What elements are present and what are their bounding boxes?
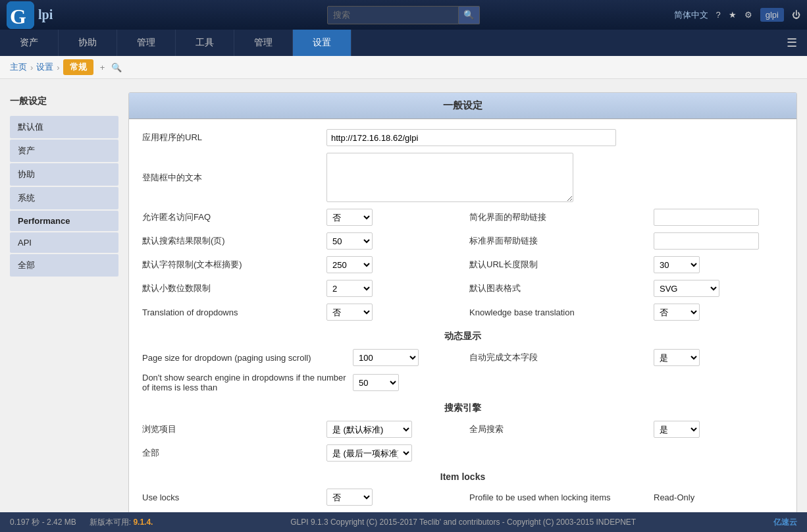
no-search-engine-left: Don't show search engine in dropdowns if… (142, 373, 783, 392)
url-row: 应用程序的URL (142, 129, 783, 146)
use-locks-label: Use locks (142, 492, 326, 502)
breadcrumb-current[interactable]: 常规 (63, 59, 93, 75)
decimal-left: 默认小数位数限制 2 1 3 (142, 280, 456, 297)
simplified-help-input[interactable] (654, 209, 759, 226)
sidebar-item-assets[interactable]: 资产 (10, 140, 118, 162)
form-area: 一般设定 应用程序的URL 登陆框中的文本 (128, 92, 797, 532)
page-size-select[interactable]: 100 50 200 (353, 349, 419, 366)
item-locks-section-header: Item locks (142, 471, 783, 482)
global-search-right: 全局搜索 是 否 (469, 421, 783, 438)
nav-assets[interactable]: 资产 (0, 30, 59, 56)
topbar-right: 简体中文 ? ★ ⚙ glpi ⏻ (674, 8, 800, 22)
all-label: 全部 (142, 447, 326, 459)
footer-version-num[interactable]: 9.1.4. (133, 518, 153, 527)
nav-settings[interactable]: 设置 (293, 30, 351, 56)
breadcrumb: 主页 › 设置 › 常规 + 🔍 (0, 56, 807, 79)
all-left: 全部 是 (最后一项标准) 否 (禁用) (142, 444, 783, 462)
char-limit-left: 默认字符限制(文本框摘要) 250 500 (142, 256, 456, 273)
sidebar-item-api[interactable]: API (10, 232, 118, 253)
url-limit-label: 默认URL长度限制 (469, 259, 654, 271)
nav-management[interactable]: 管理 (117, 30, 176, 56)
simplified-help-label: 简化界面的帮助链接 (469, 211, 654, 223)
login-text-row: 登陆框中的文本 (142, 153, 783, 202)
chart-select[interactable]: SVG PNG (654, 280, 719, 297)
search-limit-row: 默认搜索结果限制(页) 50 100 标准界面帮助链接 (142, 232, 783, 250)
sidebar: 一般设定 默认值 资产 协助 系统 Performance API 全部 (10, 92, 118, 532)
power-icon[interactable]: ⏻ (792, 10, 800, 20)
breadcrumb-home[interactable]: 主页 (10, 61, 27, 73)
url-input[interactable] (326, 129, 616, 146)
logo-text: lpi (38, 7, 53, 22)
nav-assistance[interactable]: 协助 (59, 30, 117, 56)
sidebar-item-system[interactable]: 系统 (10, 187, 118, 209)
nav-tools[interactable]: 工具 (176, 30, 234, 56)
simplified-help-right: 简化界面的帮助链接 (469, 209, 783, 226)
standard-help-input[interactable] (654, 232, 759, 250)
no-search-engine-select[interactable]: 50 25 100 (353, 374, 399, 391)
footer-right: 亿速云 (773, 517, 797, 528)
translation-row: Translation of dropdowns 否 是 Knowledge b… (142, 304, 783, 321)
footer-center: GLPI 9.1.3 Copyright (C) 2015-2017 Tecli… (153, 518, 773, 527)
translation-select[interactable]: 否 是 (326, 304, 373, 321)
page-size-left: Page size for dropdown (paging using scr… (142, 349, 456, 366)
anon-faq-select[interactable]: 否 是 (326, 209, 373, 226)
login-text-left: 登陆框中的文本 (142, 153, 783, 202)
search-input[interactable] (327, 6, 459, 24)
nav-admin[interactable]: 管理 (234, 30, 293, 56)
breadcrumb-sep2: › (57, 63, 59, 72)
footer-new-version-label: 新版本可用: (90, 518, 134, 527)
search-limit-select[interactable]: 50 100 (326, 232, 373, 250)
footer-perf: 0.197 秒 - 2.42 MB (10, 517, 76, 528)
sidebar-item-defaults[interactable]: 默认值 (10, 116, 118, 138)
char-limit-select[interactable]: 250 500 (326, 256, 373, 273)
topbar: G lpi 🔍 简体中文 ? ★ ⚙ glpi ⏻ (0, 0, 807, 30)
hamburger-icon[interactable]: ☰ (777, 30, 807, 56)
url-limit-select[interactable]: 30 20 (654, 256, 700, 273)
settings-icon[interactable]: ⚙ (744, 10, 752, 20)
favorites-icon[interactable]: ★ (729, 10, 737, 20)
decimal-select[interactable]: 2 1 3 (326, 280, 373, 297)
user-badge[interactable]: glpi (760, 8, 784, 22)
sidebar-item-assistance[interactable]: 协助 (10, 163, 118, 186)
login-text-input[interactable] (326, 153, 573, 202)
sidebar-item-performance[interactable]: Performance (10, 211, 118, 231)
knowledge-base-right: Knowledge base translation 否 是 (469, 304, 783, 321)
knowledge-base-select[interactable]: 否 是 (654, 304, 700, 321)
sidebar-item-all[interactable]: 全部 (10, 254, 118, 277)
no-search-engine-row: Don't show search engine in dropdowns if… (142, 373, 783, 392)
breadcrumb-add-icon[interactable]: + (100, 63, 105, 72)
profile-label: Profile to be used when locking items (469, 492, 654, 502)
char-limit-label: 默认字符限制(文本框摘要) (142, 259, 326, 271)
breadcrumb-settings[interactable]: 设置 (36, 61, 53, 73)
page-size-row: Page size for dropdown (paging using scr… (142, 349, 783, 366)
decimal-row: 默认小数位数限制 2 1 3 默认图表格式 SVG PNG (142, 280, 783, 297)
content-wrapper: 一般设定 默认值 资产 协助 系统 Performance API 全部 一般设… (10, 92, 797, 532)
profile-value: Read-Only (654, 492, 694, 502)
anon-faq-label: 允许匿名访问FAQ (142, 211, 326, 223)
help-icon[interactable]: ? (716, 10, 721, 20)
global-search-label: 全局搜索 (469, 423, 654, 435)
search-engine-section-header: 搜索引擎 (142, 402, 783, 414)
autocomplete-right: 自动完成文本字段 是 否 (469, 349, 783, 366)
sidebar-title: 一般设定 (10, 92, 118, 111)
chart-right: 默认图表格式 SVG PNG (469, 280, 783, 297)
use-locks-select[interactable]: 否 是 (326, 489, 373, 506)
autocomplete-label: 自动完成文本字段 (469, 352, 654, 363)
browse-items-select[interactable]: 是 (默认标准) 否 (禁用) (326, 421, 412, 438)
breadcrumb-sep1: › (30, 63, 33, 72)
footer-version-text: 新版本可用: 9.1.4. (90, 517, 153, 528)
form-body: 应用程序的URL 登陆框中的文本 允许匿名访问FAQ (129, 119, 796, 532)
all-select[interactable]: 是 (最后一项标准) 否 (禁用) (326, 444, 412, 462)
anon-faq-row: 允许匿名访问FAQ 否 是 简化界面的帮助链接 (142, 209, 783, 226)
language-selector[interactable]: 简体中文 (674, 9, 708, 21)
search-limit-left: 默认搜索结果限制(页) 50 100 (142, 232, 456, 250)
browse-items-left: 浏览项目 是 (默认标准) 否 (禁用) (142, 421, 456, 438)
breadcrumb-search-icon[interactable]: 🔍 (111, 63, 122, 72)
use-locks-left: Use locks 否 是 (142, 489, 456, 506)
browse-items-row: 浏览项目 是 (默认标准) 否 (禁用) 全局搜索 是 否 (142, 421, 783, 438)
autocomplete-select[interactable]: 是 否 (654, 349, 700, 366)
global-search-select[interactable]: 是 否 (654, 421, 700, 438)
main-content: 一般设定 默认值 资产 协助 系统 Performance API 全部 一般设… (0, 79, 807, 532)
anon-faq-left: 允许匿名访问FAQ 否 是 (142, 209, 456, 226)
search-button[interactable]: 🔍 (459, 6, 480, 24)
